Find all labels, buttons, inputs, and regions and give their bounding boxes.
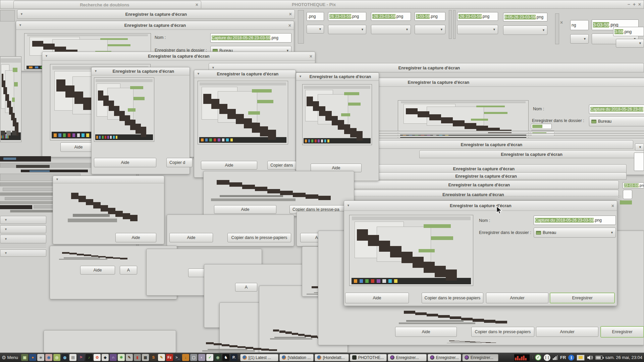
cancel-button[interactable]: Annuler (486, 293, 548, 303)
copy-to-clipboard-button[interactable]: Copier dans (267, 161, 296, 170)
filename-input[interactable]: Capture du 2018-05-26 23-03-59.png (534, 216, 616, 225)
launcher-clock-check-icon[interactable]: ✓ (206, 354, 213, 361)
expander-row[interactable]: ▼ (0, 216, 46, 224)
launcher-sublime-text-icon[interactable]: S (150, 354, 157, 361)
filename-input-fragment[interactable]: 8-05-26 23-03-59.png (503, 13, 547, 21)
maximize-icon[interactable]: + (633, 2, 636, 7)
dialog-titlebar[interactable]: ▼ (53, 176, 164, 183)
help-button[interactable]: A (235, 283, 257, 292)
launcher-text-file-icon[interactable]: ▤ (69, 354, 76, 361)
expander-arrow-icon[interactable]: ▼ (4, 228, 7, 231)
close-icon[interactable]: × (638, 2, 641, 7)
folder-select-fragment[interactable]: ▼ (616, 39, 644, 48)
launcher-music-app-icon[interactable]: ♪ (86, 354, 93, 361)
launcher-messaging-icon[interactable]: ☻ (37, 354, 44, 361)
folder-select-fragment[interactable]: ▼ (371, 25, 411, 34)
folder-select-fragment[interactable]: ▼ (503, 25, 547, 35)
filename-input-fragment[interactable]: 3-59.png (613, 27, 644, 36)
launcher-firefox-icon[interactable]: ● (29, 354, 36, 361)
help-button[interactable]: Aide (214, 205, 276, 214)
help-button[interactable]: Aide (345, 293, 409, 303)
close-icon[interactable]: × (288, 23, 291, 28)
expander-row[interactable]: ▼ (0, 235, 46, 243)
close-icon[interactable]: × (310, 54, 312, 59)
folder-select[interactable]: Bureau (589, 116, 644, 126)
dialog-titlebar[interactable]: Enregistrer la capture d'écran (419, 150, 644, 158)
taskbar-window-enregistrer-active[interactable]: Enregistrer... (462, 354, 498, 361)
dialog-titlebar[interactable]: ▼Enregistrer la capture d'écran (344, 140, 633, 149)
system-monitor-icon[interactable] (514, 354, 530, 361)
launcher-show-desktop-icon[interactable]: ▣ (21, 354, 28, 361)
close-icon[interactable]: × (611, 203, 614, 208)
help-button[interactable]: Aide (94, 158, 156, 167)
taskbar-window-latest[interactable]: [(1) Latest ... (240, 354, 278, 361)
launcher-switch-box-icon[interactable]: ▮ (134, 354, 141, 361)
copy-to-clipboard-button[interactable]: Copier d (166, 158, 193, 167)
close-icon[interactable]: × (560, 20, 563, 25)
launcher-spiral-app-icon[interactable]: ◎ (53, 354, 60, 361)
launcher-filezilla-icon[interactable]: Fz (166, 354, 173, 361)
pause-icon[interactable]: ❙❙ (544, 354, 550, 361)
bluetooth-icon[interactable]: ᛒ (568, 355, 574, 361)
dialog-titlebar[interactable]: ▼ Enregistrer la capture d'écran × (42, 52, 315, 61)
folder-select[interactable]: Bureau ▼ (534, 228, 616, 238)
save-button[interactable]: Enregistrer (550, 293, 615, 303)
taskbar-window-hondelatt[interactable]: [Hondelatt... (315, 354, 349, 361)
expander-arrow-icon[interactable]: ▼ (56, 178, 59, 181)
launcher-tool-pen-icon[interactable]: ✎ (126, 354, 133, 361)
launcher-film-app-icon[interactable]: ⚑ (77, 354, 85, 361)
shield-check-icon[interactable]: ✓ (535, 354, 541, 361)
launcher-audio-app-icon[interactable]: ∩ (110, 354, 117, 361)
close-icon[interactable]: × (289, 12, 292, 16)
expander-arrow-icon[interactable]: ▼ (4, 219, 7, 222)
folder-select-fragment[interactable]: ▼ (307, 25, 324, 34)
help-button[interactable]: Aide (201, 161, 257, 170)
cancel-button[interactable]: Annuler (536, 327, 598, 337)
copy-to-clipboard-button[interactable]: Copier dans le presse-papiers (422, 293, 483, 303)
expander-arrow-icon[interactable]: ▼ (4, 252, 7, 255)
taskbar-window-phototheque[interactable]: PHOTOTHE... (350, 354, 387, 361)
copy-to-clipboard-button[interactable]: Copier dans le presse-papiers (471, 327, 534, 337)
launcher-eye-viewer-icon[interactable]: ◉ (45, 354, 52, 361)
dialog-titlebar[interactable]: ▼Enregistrer la capture d'écran (92, 67, 190, 75)
copy-to-clipboard-button[interactable]: Copier dans le presse-papiers (227, 233, 291, 242)
folder-select-fragment[interactable]: ▼ (635, 143, 644, 151)
recherche-window-titlebar[interactable]: Recherche de doublons × (13, 1, 201, 9)
folder-select-fragment[interactable]: ▼ (328, 25, 366, 34)
launcher-photos-app-icon[interactable]: ✿ (94, 354, 101, 361)
minimize-icon[interactable]: − (627, 2, 630, 7)
expander-arrow-icon[interactable]: ▼ (197, 72, 200, 75)
folder-select-fragment[interactable]: ▼ (457, 25, 498, 34)
taskbar-window-enregistrer-1[interactable]: Enregistrer... (388, 354, 427, 361)
launcher-screenshot-app-icon[interactable]: ▢ (190, 354, 197, 361)
help-button[interactable]: Aide (80, 266, 115, 275)
expander-arrow-icon[interactable]: ▼ (299, 75, 302, 78)
launcher-p-app-icon[interactable]: P. (230, 354, 237, 361)
filename-input-fragment[interactable]: .png (307, 12, 324, 21)
filename-input[interactable]: Capture du 2018-05-26 23-03 (589, 105, 644, 114)
help-button[interactable]: A (120, 266, 137, 275)
taskbar-window-validation[interactable]: [Validation ... (279, 354, 314, 361)
network-signal-icon[interactable] (553, 355, 558, 360)
filename-input-fragment[interactable]: -26 23-03-59.png (371, 12, 411, 21)
launcher-molecules-app-icon[interactable]: ❋ (118, 354, 125, 361)
dialog-titlebar[interactable]: ▼Enregistrer la capture d'écran (194, 70, 296, 78)
battery-icon[interactable] (595, 356, 603, 360)
expander-arrow-icon[interactable]: ▼ (45, 55, 48, 58)
menu-button[interactable]: Menu (7, 355, 18, 360)
filename-input-fragment[interactable]: ng (570, 20, 589, 30)
expander-arrow-icon[interactable]: ▼ (4, 238, 7, 241)
folder-select-fragment[interactable]: ▼ (570, 34, 589, 44)
dialog-titlebar[interactable]: ▼Enregistrer la capture d'écran (334, 180, 619, 189)
launcher-lens-app-icon[interactable]: ◍ (61, 354, 68, 361)
help-button[interactable]: Aide (169, 233, 213, 242)
expander-row[interactable]: ▼ (0, 225, 46, 233)
taskbar-window-enregistrer-2[interactable]: Enregistrer... (428, 354, 461, 361)
filename-input-fragment[interactable]: 23-03-59.png (623, 182, 644, 188)
keyboard-layout-indicator[interactable]: FR (560, 355, 566, 360)
launcher-sphere-app-icon[interactable]: ◐ (198, 354, 205, 361)
gear-icon[interactable]: ⚙ (2, 355, 6, 361)
launcher-terminal-icon[interactable]: >_ (174, 354, 181, 361)
dialog-titlebar[interactable]: ▼ Enregistrer la capture d'écran × (16, 21, 294, 30)
expander-arrow-icon[interactable]: ▼ (20, 13, 23, 16)
